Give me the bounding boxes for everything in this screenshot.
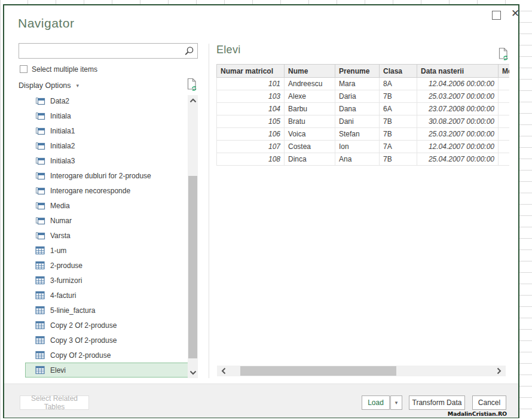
tree-item-copy-2-of-2-produse[interactable]: Copy 2 Of 2-produse: [25, 318, 192, 333]
cancel-button[interactable]: Cancel: [472, 395, 506, 410]
load-button[interactable]: Load: [362, 395, 390, 410]
excel-grid-right: [519, 0, 532, 420]
table-cell: Dani: [335, 115, 380, 128]
tree-item-numar[interactable]: Numar: [25, 213, 192, 228]
table-cell: Mara: [335, 78, 380, 90]
scroll-left-icon[interactable]: [218, 366, 229, 376]
table-cell: 7A: [380, 141, 417, 153]
tree-item-3-furnizori[interactable]: 3-furnizori: [25, 273, 192, 288]
tree-item-2-produse[interactable]: 2-produse: [25, 258, 192, 273]
tree-item-label: Interogare dubluri for 2-produse: [50, 172, 151, 180]
tree-item-label: Varsta: [50, 232, 71, 240]
table-icon: [35, 306, 45, 315]
navigator-tree: Data2InitialaInitiala1Initiala2Initiala3…: [25, 93, 192, 378]
transform-data-button[interactable]: Transform Data: [409, 395, 465, 410]
query-icon: [35, 231, 45, 241]
tree-item-label: 3-furnizori: [50, 276, 82, 285]
tree-scrollbar-thumb[interactable]: [188, 176, 197, 358]
tree-item-initiala1[interactable]: Initiala1: [25, 123, 192, 138]
table-row: 103AlexeDaria7B25.03.2007 00:00:00: [217, 90, 510, 103]
table-cell: [499, 90, 510, 103]
tree-item-label: Interogare necoresponde: [50, 187, 130, 195]
table-cell: Costea: [285, 141, 335, 153]
column-header-prenume: Prenume: [335, 65, 380, 78]
table-row: 108DincaAna7B25.04.2007 00:00:00: [217, 153, 510, 166]
select-multiple-checkbox[interactable]: [20, 65, 27, 73]
table-cell: Andreescu: [285, 78, 335, 90]
tree-item-initiala2[interactable]: Initiala2: [25, 138, 192, 153]
table-cell: 6A: [380, 103, 417, 115]
tree-item-label: 4-facturi: [50, 291, 76, 300]
table-cell: 25.03.2007 00:00:00: [417, 90, 499, 103]
tree-item-label: 1-um: [50, 246, 66, 255]
refresh-icon[interactable]: [185, 77, 198, 92]
table-icon: [35, 351, 45, 360]
search-icon[interactable]: [184, 46, 194, 56]
search-input[interactable]: [22, 44, 185, 59]
tree-item-label: Numar: [50, 217, 72, 225]
tree-item-label: Copy 2 Of 2-produse: [50, 321, 117, 330]
tree-scrollbar[interactable]: [188, 95, 198, 378]
scroll-down-icon[interactable]: [188, 367, 198, 378]
preview-table: Numar matricolNumePrenumeClasaData naste…: [216, 64, 509, 166]
column-header-data-nasterii: Data nasterii: [417, 65, 499, 78]
table-cell: [499, 128, 510, 141]
tree-item-5-linie-factura[interactable]: 5-linie_factura: [25, 303, 192, 318]
tree-item-label: Copy 3 Of 2-produse: [50, 336, 117, 345]
table-row: 106VoicaStefan7B25.03.2007 00:00:00: [217, 128, 510, 141]
tree-item-initiala3[interactable]: Initiala3: [25, 153, 192, 168]
close-icon[interactable]: ✕: [509, 7, 521, 21]
table-cell: 25.03.2007 00:00:00: [417, 128, 499, 141]
tree-item-label: Initiala2: [50, 142, 75, 150]
table-cell: [499, 115, 510, 128]
table-cell: Dinca: [285, 153, 335, 166]
table-cell: 7B: [380, 115, 417, 128]
preview-scrollbar-thumb[interactable]: [240, 366, 396, 376]
scroll-up-icon[interactable]: [188, 95, 198, 106]
table-row: 107CosteaIon7A12.04.2007 00:00:00: [217, 141, 510, 153]
tree-item-interogare-necoresponde[interactable]: Interogare necoresponde: [25, 183, 192, 198]
tree-item-initiala[interactable]: Initiala: [25, 108, 192, 123]
select-related-tables-button[interactable]: Select Related Tables: [20, 395, 89, 410]
tree-item-elevi[interactable]: Elevi: [25, 363, 192, 378]
tree-item-data2[interactable]: Data2: [25, 93, 192, 108]
tree-item-label: 5-linie_factura: [50, 306, 95, 315]
panel-divider: [209, 44, 209, 378]
preview-scrollbar[interactable]: [217, 366, 506, 376]
table-cell: 25.04.2007 00:00:00: [417, 153, 499, 166]
table-icon: [35, 246, 45, 255]
tree-item-1-um[interactable]: 1-um: [25, 243, 192, 258]
display-options-dropdown[interactable]: Display Options ▾: [19, 81, 79, 90]
column-header-numar-matricol: Numar matricol: [217, 65, 285, 78]
select-multiple-row: Select multiple items: [20, 65, 97, 74]
query-icon: [35, 111, 45, 121]
tree-item-varsta[interactable]: Varsta: [25, 228, 192, 243]
preview-table-container: Numar matricolNumePrenumeClasaData naste…: [216, 64, 509, 166]
column-header-me: Me: [499, 65, 510, 78]
table-cell: 103: [217, 90, 285, 103]
chevron-down-icon: ▾: [77, 83, 80, 89]
table-row: 101AndreescuMara8A12.04.2006 00:00:00: [217, 78, 510, 90]
table-row: 105BratuDani7B30.08.2007 00:00:00: [217, 115, 510, 128]
table-cell: Ion: [335, 141, 380, 153]
maximize-icon[interactable]: [492, 11, 501, 20]
table-cell: 12.04.2006 00:00:00: [417, 78, 499, 90]
table-cell: 7B: [380, 128, 417, 141]
tree-item-media[interactable]: Media: [25, 198, 192, 213]
load-dropdown-button[interactable]: ▾: [390, 395, 402, 410]
tree-item-4-facturi[interactable]: 4-facturi: [25, 288, 192, 303]
navigator-dialog: ✕ Navigator Select multiple items Displa…: [3, 4, 519, 418]
preview-refresh-icon[interactable]: [497, 47, 510, 61]
tree-item-copy-of-2-produse[interactable]: Copy Of 2-produse: [25, 348, 192, 363]
table-icon: [35, 261, 45, 270]
table-cell: 106: [217, 128, 285, 141]
tree-item-copy-3-of-2-produse[interactable]: Copy 3 Of 2-produse: [25, 333, 192, 348]
table-cell: 12.04.2007 00:00:00: [417, 141, 499, 153]
dialog-title: Navigator: [18, 16, 74, 31]
preview-title: Elevi: [216, 44, 241, 56]
table-cell: Voica: [285, 128, 335, 141]
select-multiple-label: Select multiple items: [32, 65, 97, 74]
tree-item-interogare-dubluri-for-2-produse[interactable]: Interogare dubluri for 2-produse: [25, 168, 192, 183]
scroll-right-icon[interactable]: [494, 366, 505, 376]
table-cell: Bratu: [285, 115, 335, 128]
